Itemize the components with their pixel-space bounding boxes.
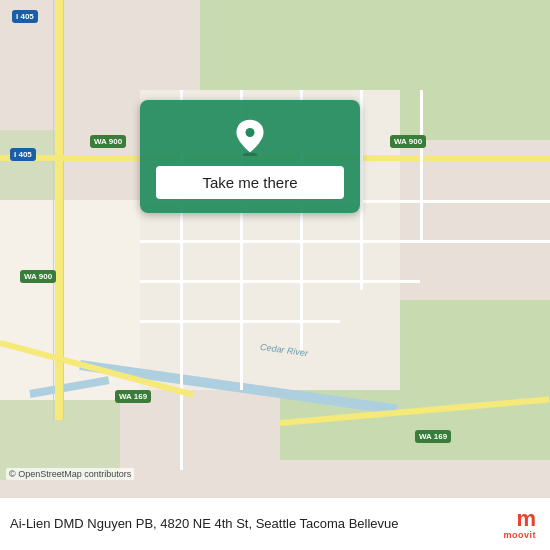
map-container: I 405 I 405 WA 900 WA 900 WA 900 WA 169 …	[0, 0, 550, 550]
moovit-logo-text: moovit	[503, 530, 536, 540]
green-area-5	[0, 130, 60, 210]
info-bar: Ai-Lien DMD Nguyen PB, 4820 NE 4th St, S…	[0, 497, 550, 550]
shield-wa169-left: WA 169	[115, 390, 151, 403]
v-road-4	[360, 90, 363, 290]
svg-point-0	[243, 152, 257, 156]
shield-wa900-sw: WA 900	[20, 270, 56, 283]
shield-wa900-right: WA 900	[390, 135, 426, 148]
shield-wa900-left: WA 900	[90, 135, 126, 148]
copyright-text: © OpenStreetMap contributors	[6, 468, 134, 480]
green-area-2	[380, 0, 550, 140]
take-me-there-button[interactable]: Take me there	[156, 166, 344, 199]
cta-overlay: Take me there	[140, 100, 360, 213]
address-text: Ai-Lien DMD Nguyen PB, 4820 NE 4th St, S…	[10, 515, 399, 533]
moovit-logo-letter: m	[516, 508, 536, 530]
location-pin-icon	[231, 118, 269, 156]
shield-i405-top: I 405	[12, 10, 38, 23]
green-area-1	[200, 0, 380, 90]
shield-i405-mid: I 405	[10, 148, 36, 161]
v-road-5	[420, 90, 423, 240]
svg-point-1	[245, 128, 254, 137]
h-road-2	[140, 240, 550, 243]
moovit-logo: m moovit	[503, 508, 536, 540]
shield-wa169-right: WA 169	[415, 430, 451, 443]
